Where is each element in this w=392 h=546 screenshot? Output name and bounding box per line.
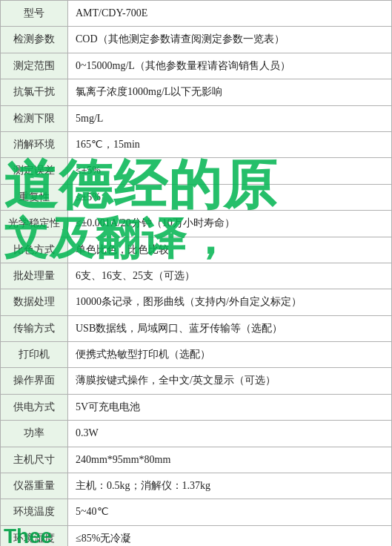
- table-row: 抗氯干扰氯离子浓度1000mg/L以下无影响: [1, 79, 392, 105]
- table-row: 比色方式单色比色，比色比较: [1, 237, 392, 263]
- table-row: 检测参数COD（其他测定参数请查阅测定参数一览表）: [1, 27, 392, 53]
- row-value: ≤85%无冷凝: [68, 525, 392, 546]
- table-row: 操作界面薄膜按键式操作，全中文/英文显示（可选）: [1, 368, 392, 394]
- row-value: 便携式热敏型打印机（选配）: [68, 342, 392, 368]
- table-row: 批处理量6支、16支、25支（可选）: [1, 263, 392, 289]
- table-row: 供电方式5V可充电电池: [1, 394, 392, 420]
- row-value: 5~40℃: [68, 499, 392, 525]
- row-label: 测定误差: [1, 158, 68, 184]
- row-value: USB数据线，局域网口、蓝牙传输等（选配）: [68, 315, 392, 341]
- row-value: 6支、16支、25支（可选）: [68, 263, 392, 289]
- table-row: 重复性≤±5%: [1, 184, 392, 210]
- row-label: 操作界面: [1, 368, 68, 394]
- row-value: 10000条记录，图形曲线（支持内/外自定义标定）: [68, 289, 392, 315]
- row-label: 抗氯干扰: [1, 79, 68, 105]
- table-row: 型号AMT/CDY-700E: [1, 1, 392, 27]
- row-value: 0~15000mg/L（其他参数量程请咨询销售人员）: [68, 53, 392, 79]
- table-row: 打印机便携式热敏型打印机（选配）: [1, 342, 392, 368]
- row-value: ≤±0.001A/20分钟（10万小时寿命）: [68, 211, 392, 237]
- row-label: 测定范围: [1, 53, 68, 79]
- table-row: 数据处理10000条记录，图形曲线（支持内/外自定义标定）: [1, 289, 392, 315]
- bottom-overlay-text: Thee: [0, 521, 56, 546]
- row-label: 供电方式: [1, 394, 68, 420]
- row-value: 薄膜按键式操作，全中文/英文显示（可选）: [68, 368, 392, 394]
- row-label: 功率: [1, 421, 68, 447]
- row-label: 批处理量: [1, 263, 68, 289]
- row-value: 5mg/L: [68, 105, 392, 131]
- row-label: 仪器重量: [1, 473, 68, 499]
- table-row: 环境温度5~40℃: [1, 499, 392, 525]
- table-row: 消解环境165℃，15min: [1, 131, 392, 157]
- table-row: 传输方式USB数据线，局域网口、蓝牙传输等（选配）: [1, 315, 392, 341]
- table-row: 检测下限5mg/L: [1, 105, 392, 131]
- row-value: 165℃，15min: [68, 131, 392, 157]
- row-value: 单色比色，比色比较: [68, 237, 392, 263]
- row-label: 主机尺寸: [1, 447, 68, 473]
- table-row: 光学稳定性≤±0.001A/20分钟（10万小时寿命）: [1, 211, 392, 237]
- row-value: 主机：0.5kg；消解仪：1.37kg: [68, 473, 392, 499]
- row-label: 打印机: [1, 342, 68, 368]
- row-label: 重复性: [1, 184, 68, 210]
- table-row: 仪器重量主机：0.5kg；消解仪：1.37kg: [1, 473, 392, 499]
- row-value: 5V可充电电池: [68, 394, 392, 420]
- table-row: 功率0.3W: [1, 421, 392, 447]
- spec-table: 型号AMT/CDY-700E检测参数COD（其他测定参数请查阅测定参数一览表）测…: [0, 0, 392, 546]
- row-value: 氯离子浓度1000mg/L以下无影响: [68, 79, 392, 105]
- table-row: 环境湿度≤85%无冷凝: [1, 525, 392, 546]
- row-value: 0.3W: [68, 421, 392, 447]
- row-label: 传输方式: [1, 315, 68, 341]
- row-label: 检测下限: [1, 105, 68, 131]
- row-value: AMT/CDY-700E: [68, 1, 392, 27]
- row-label: 型号: [1, 1, 68, 27]
- table-row: 测定误差≤±5%: [1, 158, 392, 184]
- row-value: 240mm*95mm*80mm: [68, 447, 392, 473]
- table-row: 主机尺寸240mm*95mm*80mm: [1, 447, 392, 473]
- row-label: 检测参数: [1, 27, 68, 53]
- row-label: 光学稳定性: [1, 211, 68, 237]
- row-label: 数据处理: [1, 289, 68, 315]
- row-label: 消解环境: [1, 131, 68, 157]
- row-value: COD（其他测定参数请查阅测定参数一览表）: [68, 27, 392, 53]
- row-value: ≤±5%: [68, 184, 392, 210]
- row-value: ≤±5%: [68, 158, 392, 184]
- table-row: 测定范围0~15000mg/L（其他参数量程请咨询销售人员）: [1, 53, 392, 79]
- row-label: 比色方式: [1, 237, 68, 263]
